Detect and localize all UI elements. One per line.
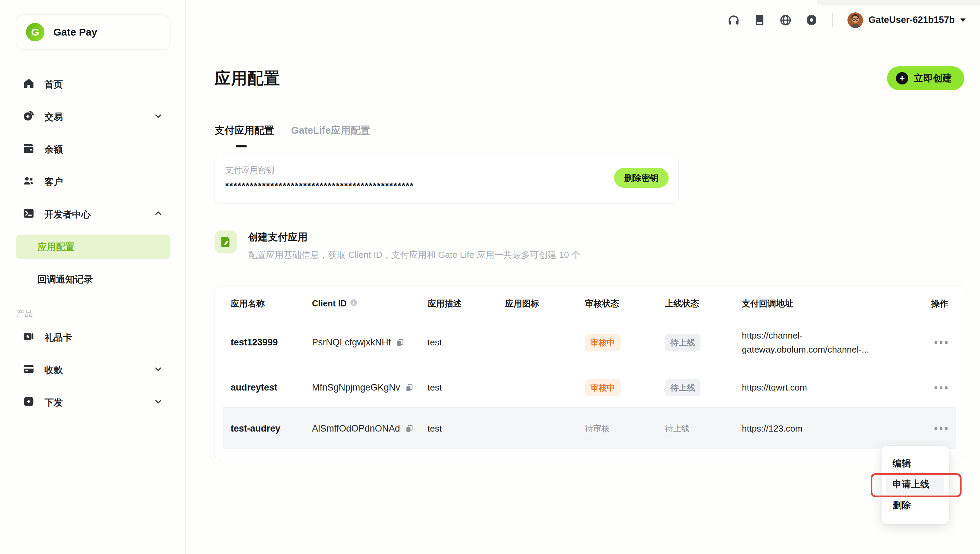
create-panel-description: 配置应用基础信息，获取 Client ID，支付应用和 Gate Life 应用… [248, 249, 580, 261]
sidebar-item-payout[interactable]: 下发 [16, 390, 170, 415]
sidebar-item-developer-center[interactable]: 开发者中心 [16, 202, 170, 227]
chevron-down-icon [153, 111, 163, 123]
tab-payment-app-config[interactable]: 支付应用配置 [215, 124, 274, 137]
callback-url-line: https://tqwrt.com [742, 381, 921, 394]
sidebar-subitem-label: 回调通知记录 [38, 273, 93, 286]
sidebar-item-transactions[interactable]: 交易 [16, 105, 170, 129]
sidebar-item-balance[interactable]: 余额 [16, 137, 170, 162]
col-app-description: 应用描述 [428, 298, 505, 309]
caret-down-icon [960, 17, 966, 23]
col-client-id-label: Client ID [312, 299, 347, 308]
sidebar-item-label: 开发者中心 [45, 208, 91, 220]
create-now-button[interactable]: 立即创建 [887, 66, 964, 90]
review-status-text: 待审核 [585, 423, 665, 434]
sidebar-item-label: 礼品卡 [45, 331, 72, 344]
brand-logo-card[interactable]: G Gate Pay [16, 14, 170, 50]
sidebar-item-app-config[interactable]: 应用配置 [16, 235, 170, 259]
col-callback-url: 支付回调地址 [742, 298, 921, 309]
create-panel-text: 创建支付应用 配置应用基础信息，获取 Client ID，支付应用和 Gate … [248, 230, 580, 261]
client-id-cell: PsrNQLcfgwjxkNHt [312, 337, 428, 348]
browser-overlay-edge [817, 0, 980, 5]
tab-underline [215, 146, 365, 146]
info-icon[interactable] [350, 299, 358, 308]
menu-item-delete[interactable]: 删除 [881, 494, 949, 516]
row-actions-button[interactable] [934, 339, 948, 346]
callback-url: https://123.com [742, 421, 921, 435]
col-review-status: 审核状态 [585, 298, 665, 309]
headset-icon[interactable] [727, 14, 740, 27]
top-header: GateUser-621b157b [186, 0, 980, 40]
sidebar-item-label: 下发 [45, 396, 63, 409]
copy-icon[interactable] [396, 338, 404, 347]
online-status-text: 待上线 [665, 423, 742, 434]
online-status-badge: 待上线 [665, 334, 742, 351]
create-panel-title: 创建支付应用 [248, 230, 580, 244]
globe-icon[interactable] [779, 14, 792, 27]
active-tab-indicator [236, 145, 247, 147]
status-badge: 审核中 [585, 379, 620, 396]
sidebar-item-gift-card[interactable]: 礼品卡 [16, 325, 170, 350]
status-badge: 审核中 [585, 334, 620, 351]
credit-card-icon [22, 363, 35, 378]
sidebar-item-customers[interactable]: 客户 [16, 169, 170, 194]
payout-icon [22, 395, 35, 410]
coin-icon [22, 110, 35, 125]
wallet-icon [22, 142, 35, 157]
col-client-id: Client ID [312, 299, 428, 308]
menu-item-edit[interactable]: 编辑 [881, 452, 949, 474]
status-badge: 待上线 [665, 334, 700, 351]
user-menu[interactable]: GateUser-621b157b [848, 12, 966, 28]
sidebar-item-label: 余额 [45, 143, 63, 156]
delete-key-button[interactable]: 删除密钥 [614, 168, 669, 188]
client-id-value: AlSmffOdOPdnONAd [312, 423, 400, 434]
menu-item-apply-online[interactable]: 申请上线 [886, 474, 944, 494]
brand-name: Gate Pay [53, 26, 97, 38]
online-status-badge: 待上线 [665, 379, 742, 396]
row-context-menu: 编辑 申请上线 删除 [881, 446, 949, 524]
apps-table: 应用名称 Client ID 应用描述 应用图标 审核状态 上线状态 支付回调地… [215, 286, 964, 460]
sidebar-item-callback-records[interactable]: 回调通知记录 [16, 267, 170, 292]
page-content: 应用配置 立即创建 支付应用配置 GateLife应用配置 支付应用密钥 ***… [186, 66, 980, 460]
brand-logo-icon: G [26, 23, 45, 42]
col-app-name: 应用名称 [231, 298, 312, 309]
sidebar-item-label: 收款 [45, 364, 63, 376]
app-name: test123999 [231, 337, 312, 348]
table-row: audreytest MfnSgNpjmgeGKgNv test 审核中 待上线… [223, 368, 956, 408]
row-actions-button[interactable] [934, 385, 948, 391]
tab-gatelife-app-config[interactable]: GateLife应用配置 [291, 124, 371, 137]
sidebar-item-home[interactable]: 首页 [16, 72, 170, 97]
people-icon [22, 175, 35, 190]
callback-url: https://channel- gateway.obolum.com/chan… [742, 329, 921, 356]
review-status-badge: 审核中 [585, 334, 665, 351]
chevron-up-icon [153, 209, 163, 220]
callback-url-line: https://123.com [742, 421, 921, 435]
settings-icon[interactable] [805, 14, 818, 27]
client-id-value: MfnSgNpjmgeGKgNv [312, 382, 400, 393]
table-header-row: 应用名称 Client ID 应用描述 应用图标 审核状态 上线状态 支付回调地… [223, 289, 956, 317]
copy-icon[interactable] [405, 424, 414, 433]
gift-card-icon [22, 330, 35, 345]
terminal-icon [22, 207, 35, 222]
chevron-down-icon [153, 397, 163, 409]
review-status-badge: 审核中 [585, 379, 665, 396]
table-row: test123999 PsrNQLcfgwjxkNHt test 审核中 待上线… [223, 317, 956, 368]
payment-key-panel: 支付应用密钥 *********************************… [215, 156, 679, 204]
create-doc-icon [215, 230, 237, 253]
table-row: test-audrey AlSmffOdOPdnONAd test 待审核 待上… [223, 408, 956, 449]
copy-icon[interactable] [405, 383, 414, 392]
sidebar-item-label: 交易 [45, 111, 63, 123]
app-name: test-audrey [231, 423, 312, 434]
col-online-status: 上线状态 [665, 298, 742, 309]
col-actions: 操作 [931, 298, 948, 309]
sidebar-item-receive[interactable]: 收款 [16, 358, 170, 382]
user-name: GateUser-621b157b [869, 15, 955, 25]
page-title: 应用配置 [215, 68, 280, 89]
row-actions-button[interactable] [934, 425, 948, 432]
sidebar-section-products: 产品 [16, 308, 170, 319]
app-description: test [428, 423, 505, 434]
sidebar-subitem-label: 应用配置 [38, 241, 75, 253]
payment-key-label: 支付应用密钥 [225, 164, 668, 176]
col-app-icon: 应用图标 [505, 298, 585, 309]
docs-icon[interactable] [753, 14, 766, 27]
app-layout: G Gate Pay 首页 交易 余额 客户 开发者 [0, 0, 980, 554]
